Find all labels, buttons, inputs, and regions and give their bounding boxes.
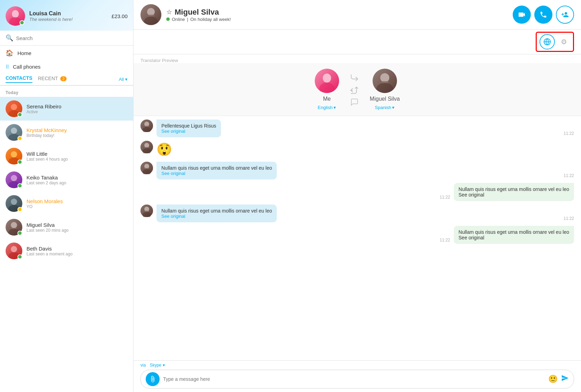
see-original-5[interactable]: See original [161,214,272,219]
online-status-dot [166,17,170,21]
contact-sub-beth: Last seen a moment ago [26,252,128,256]
svg-rect-39 [145,126,149,127]
contact-nelson[interactable]: Nelson Morales YO [0,192,133,215]
translator-preview-label: Translator Preview [133,54,581,63]
translator-them: Miguel Silva Spanish ▾ [370,69,400,110]
message-input-row: 🙂 [140,370,574,389]
me-language-select[interactable]: English ▾ [318,105,336,110]
user-info: Louisa Cain The weekend is here! [29,10,107,22]
chat-panel: ☆ Miguel Silva Online | On holiday all w… [133,0,581,392]
via-label: via Skype ▾ [140,363,574,368]
contact-sub-krystal: Birthday today! [26,133,128,138]
search-bar[interactable]: 🔍 [0,31,133,46]
user-avatar-wrap [6,6,25,26]
svg-point-26 [147,8,155,16]
contact-info-keiko: Keiko Tanaka Last seen 2 days ago [26,175,128,185]
call-phones-icon: ⠿ [6,64,9,70]
status-dot-beth [17,254,22,259]
user-status: The weekend is here! [29,17,107,22]
all-filter[interactable]: All ▾ [119,77,128,82]
msg-bubble-1: Pellentesque Ligus Risus See original [156,120,221,137]
see-original-1[interactable]: See original [161,129,216,134]
svg-point-23 [11,246,17,252]
attach-button[interactable] [146,372,160,386]
chat-contact-avatar [140,4,161,25]
msg-text-1: Pellentesque Ligus Risus [161,123,216,129]
search-input[interactable] [16,35,128,41]
translator-toolbar: ⚙ [133,30,581,54]
user-name: Louisa Cain [29,10,107,17]
contact-name-will: Will Little [26,151,128,157]
contact-sub-keiko: Last seen 2 days ago [26,180,128,185]
settings-button[interactable]: ⚙ [558,36,570,48]
nav-call-phones[interactable]: ⠿ Call phones [0,60,133,73]
nav-home[interactable]: 🏠 Home [0,46,133,60]
translator-preview: Me English ▾ Miguel Silva Spanish ▾ [133,63,581,116]
msg-avatar-3 [140,162,153,174]
translator-toolbar-highlighted: ⚙ [536,32,574,52]
tab-contacts[interactable]: CONTACTS [6,75,32,83]
contact-list: Serena Ribeiro Active Krystal McKinney B… [0,97,133,392]
contact-sub-miguel: Last seen 20 mins ago [26,228,128,233]
contact-serena[interactable]: Serena Ribeiro Active [0,97,133,121]
svg-point-16 [11,199,17,205]
contact-name-beth: Beth Davis [26,246,128,252]
send-button[interactable] [561,374,569,384]
contact-will[interactable]: Will Little Last seen 4 hours ago [0,144,133,168]
message-input[interactable] [163,376,545,382]
contact-name-serena: Serena Ribeiro [26,103,128,109]
message-3: Nullam quis risus eget urna mollis ornar… [140,162,574,179]
search-icon: 🔍 [6,34,13,42]
msg-time-3: 11:22 [564,173,574,179]
svg-point-38 [144,122,149,126]
them-language-select[interactable]: Spanish ▾ [375,105,395,110]
msg-time-6: 11:22 [439,238,450,244]
see-original-3[interactable]: See original [161,171,272,176]
chat-username: ☆ Miguel Silva [166,8,508,17]
svg-point-7 [11,128,17,134]
add-contact-button[interactable] [556,6,574,24]
contact-beth[interactable]: Beth Davis Last seen a moment ago [0,239,133,263]
msg-text-3: Nullam quis risus eget urna mollis ornar… [161,165,272,171]
contact-name-miguel: Miguel Silva [26,222,128,228]
msg-avatar-2 [140,141,153,153]
translator-them-avatar [373,69,397,93]
svg-point-50 [144,207,149,212]
contact-info-miguel: Miguel Silva Last seen 20 mins ago [26,222,128,233]
chat-user-info: ☆ Miguel Silva Online | On holiday all w… [166,8,508,22]
contact-sub-will: Last seen 4 hours ago [26,157,128,162]
contact-krystal[interactable]: Krystal McKinney Birthday today! [0,121,133,144]
see-original-4[interactable]: See original [459,192,569,198]
header-actions [513,6,574,24]
tab-recent[interactable]: RECENT 2 [38,76,67,83]
messages-area: Pellentesque Ligus Risus See original 11… [133,116,581,360]
translator-them-label: Miguel Silva [370,96,400,102]
video-call-button[interactable] [513,6,531,24]
user-balance: £23.00 [112,13,128,19]
msg-time-4: 11:22 [439,195,450,201]
svg-point-42 [144,143,149,148]
message-1: Pellentesque Ligus Risus See original 11… [140,120,574,137]
contacts-section-label: Today [0,86,133,97]
msg-time-1: 11:22 [564,131,574,137]
star-icon[interactable]: ☆ [166,8,172,16]
translator-me-label: Me [323,96,331,102]
svg-point-10 [11,151,17,157]
contact-sub-serena: Active [26,109,128,114]
nav-home-label: Home [17,50,31,56]
phone-call-button[interactable] [534,6,552,24]
msg-bubble-3: Nullam quis risus eget urna mollis ornar… [156,162,277,179]
see-original-6[interactable]: See original [459,235,569,240]
status-dot-will [17,160,22,164]
message-2-emoji: 😲 [140,141,574,158]
msg-text-4: Nullam quis risus eget urna mollis ornar… [459,186,569,192]
svg-point-4 [11,104,17,110]
svg-point-31 [323,74,331,83]
contact-miguel[interactable]: Miguel Silva Last seen 20 mins ago [0,215,133,239]
translator-globe-button[interactable] [540,34,555,49]
chat-bottom: via Skype ▾ 🙂 [133,360,581,392]
contact-info-will: Will Little Last seen 4 hours ago [26,151,128,162]
home-icon: 🏠 [6,49,13,57]
contact-keiko[interactable]: Keiko Tanaka Last seen 2 days ago [0,168,133,192]
emoji-button[interactable]: 🙂 [548,375,558,384]
